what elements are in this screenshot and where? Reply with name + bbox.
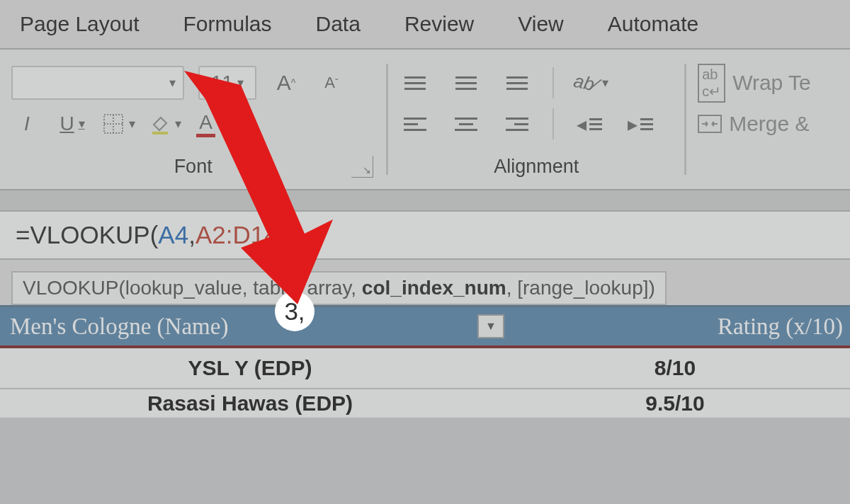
italic-button[interactable]: I xyxy=(11,108,42,139)
align-middle-button[interactable] xyxy=(450,67,482,98)
filter-button[interactable]: ▼ xyxy=(477,314,504,338)
align-bottom-button[interactable] xyxy=(502,67,533,98)
group-label-alignment: Alignment xyxy=(494,156,579,178)
align-center-icon xyxy=(455,118,477,131)
chevron-down-icon: ▾ xyxy=(220,116,226,132)
group-wrap-merge: abc↵ Wrap Te Merge & xyxy=(686,50,850,189)
borders-button[interactable]: ▾ xyxy=(102,108,135,139)
separator xyxy=(552,67,554,98)
ribbon: ▾ 11 ▾ A^ Aˇ I U▾ xyxy=(0,50,850,190)
formula-bar[interactable]: =VLOOKUP( A4 , A2:D14 , 3 , xyxy=(0,210,850,260)
chevron-down-icon: ▾ xyxy=(169,75,176,91)
font-name-dropdown[interactable]: ▾ xyxy=(11,66,184,100)
cell-rating: 8/10 xyxy=(500,356,850,380)
formula-prefix: =VLOOKUP( xyxy=(16,221,158,249)
tab-view[interactable]: View xyxy=(518,12,563,36)
fill-color-button[interactable]: ▾ xyxy=(149,108,181,139)
decrease-font-button[interactable]: Aˇ xyxy=(316,67,347,98)
underline-button[interactable]: U▾ xyxy=(57,108,88,139)
align-middle-icon xyxy=(455,76,477,90)
chevron-down-icon: ▾ xyxy=(175,116,181,132)
separator xyxy=(552,108,554,139)
align-top-icon xyxy=(404,76,426,90)
decrease-indent-button[interactable]: ◂ xyxy=(574,108,605,139)
group-font: ▾ 11 ▾ A^ Aˇ I U▾ xyxy=(0,50,386,189)
formula-tooltip: VLOOKUP(lookup_value, table_array, col_i… xyxy=(11,271,667,305)
align-left-icon xyxy=(404,118,426,131)
chevron-down-icon: ▾ xyxy=(602,75,608,91)
align-top-button[interactable] xyxy=(400,67,431,98)
table-header-row: Men's Cologne (Name) ▼ Rating (x/10) xyxy=(0,307,850,348)
tooltip-fn: VLOOKUP xyxy=(23,277,118,299)
tab-data[interactable]: Data xyxy=(316,12,361,36)
svg-rect-3 xyxy=(152,132,168,134)
tooltip-current-arg: col_index_num xyxy=(362,277,506,299)
wrap-text-icon: abc↵ xyxy=(698,64,725,103)
merge-center-button[interactable]: Merge & xyxy=(698,112,809,136)
cell-name: Rasasi Hawas (EDP) xyxy=(0,391,500,416)
wrap-text-button[interactable]: abc↵ Wrap Te xyxy=(698,64,811,103)
align-right-icon xyxy=(506,118,528,131)
chevron-down-icon: ▾ xyxy=(129,116,135,132)
spacer xyxy=(0,190,850,210)
font-size-value: 11 xyxy=(211,71,233,94)
formula-arg2: A2:D14 xyxy=(196,221,278,249)
ribbon-tabs: Page Layout Formulas Data Review View Au… xyxy=(0,0,850,50)
cell-rating: 9.5/10 xyxy=(500,391,850,416)
borders-icon xyxy=(102,113,125,135)
tab-automate[interactable]: Automate xyxy=(608,12,698,36)
align-bottom-icon xyxy=(506,76,528,90)
dialog-launcher-icon[interactable]: ↘ xyxy=(351,156,373,178)
increase-indent-button[interactable]: ▸ xyxy=(625,108,656,139)
align-right-button[interactable] xyxy=(502,108,533,139)
tab-formulas[interactable]: Formulas xyxy=(183,12,271,36)
col-header-rating: Rating (x/10) xyxy=(718,314,843,339)
merge-icon xyxy=(698,115,722,133)
orientation-button[interactable]: ab⁄ ▾ xyxy=(574,67,608,98)
chevron-down-icon: ▼ xyxy=(485,320,497,333)
font-color-button[interactable]: A ▾ xyxy=(196,108,227,139)
chevron-down-icon: ▾ xyxy=(79,116,85,132)
group-label-font: Font xyxy=(174,156,212,178)
font-size-dropdown[interactable]: 11 ▾ xyxy=(198,66,256,100)
svg-rect-4 xyxy=(698,115,721,132)
merge-label: Merge & xyxy=(729,112,809,136)
cell-name: YSL Y (EDP) xyxy=(0,356,500,380)
arrow-right-icon: ▸ xyxy=(628,113,638,136)
tab-review[interactable]: Review xyxy=(404,12,474,36)
tooltip-area: VLOOKUP(lookup_value, table_array, col_i… xyxy=(0,260,850,305)
wrap-text-label: Wrap Te xyxy=(732,71,811,95)
group-alignment: ab⁄ ▾ ◂ ▸ Alignment xyxy=(388,50,684,189)
paint-bucket-icon xyxy=(149,113,171,134)
increase-font-button[interactable]: A^ xyxy=(271,67,302,98)
col-header-name: Men's Cologne (Name) xyxy=(10,314,228,340)
chevron-down-icon: ▾ xyxy=(237,75,244,91)
worksheet[interactable]: Men's Cologne (Name) ▼ Rating (x/10) YSL… xyxy=(0,305,850,418)
formula-arg3: 3 xyxy=(285,221,298,249)
formula-arg1: A4 xyxy=(158,221,188,249)
align-center-button[interactable] xyxy=(450,108,482,139)
arrow-left-icon: ◂ xyxy=(577,113,586,136)
align-left-button[interactable] xyxy=(400,108,431,139)
table-row[interactable]: Rasasi Hawas (EDP) 9.5/10 xyxy=(0,389,850,418)
table-row[interactable]: YSL Y (EDP) 8/10 xyxy=(0,348,850,389)
tab-page-layout[interactable]: Page Layout xyxy=(20,12,139,36)
orientation-icon: ab⁄ xyxy=(572,69,599,96)
